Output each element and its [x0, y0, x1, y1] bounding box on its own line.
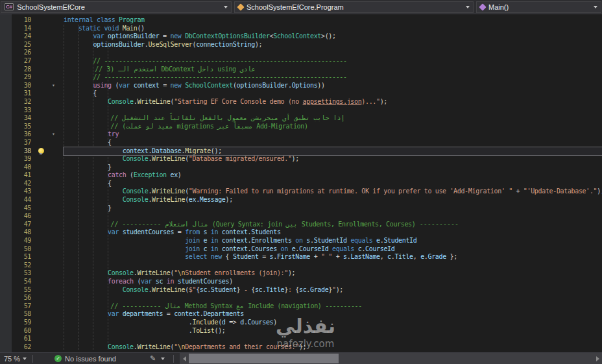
code-line[interactable]: 52 — [0, 261, 602, 270]
zoom-control[interactable]: 75 % — [0, 355, 23, 363]
fold-collapse-icon[interactable]: ▾ — [52, 82, 55, 90]
breakpoint-margin[interactable] — [0, 98, 12, 106]
code-line[interactable]: 50 join c in context.Courses on e.Course… — [0, 245, 602, 254]
code-line[interactable]: 33 — [0, 106, 602, 115]
caret-down-icon[interactable] — [161, 358, 165, 360]
code-line[interactable]: 60 .ToList(); — [0, 327, 602, 335]
code-line[interactable]: 26 — [0, 49, 602, 57]
code-line[interactable]: 25 optionsBuilder.UseSqlServer(connectio… — [0, 41, 602, 49]
project-dropdown[interactable]: C# SchoolSystemEfCore — [1, 1, 232, 13]
code-line[interactable]: 10internal class Program — [0, 16, 602, 25]
breakpoint-margin[interactable] — [0, 196, 12, 204]
breakpoint-margin[interactable] — [0, 82, 12, 90]
breakpoint-margin[interactable] — [0, 319, 12, 327]
code-line[interactable]: 38 context.Database.Migrate(); — [0, 147, 602, 156]
pencil-icon[interactable] — [150, 354, 156, 363]
breakpoint-margin[interactable] — [0, 41, 12, 49]
code-line[interactable]: 37 { — [0, 139, 602, 147]
breakpoint-margin[interactable] — [0, 106, 12, 115]
breakpoint-margin[interactable] — [0, 278, 12, 286]
code-token — [64, 98, 108, 105]
breakpoint-margin[interactable] — [0, 32, 12, 41]
breakpoint-margin[interactable] — [0, 25, 12, 33]
breakpoint-margin[interactable] — [0, 310, 12, 319]
code-line[interactable]: 30▾ using (var context = new SchoolConte… — [0, 82, 602, 90]
breakpoint-margin[interactable] — [0, 171, 12, 180]
code-line[interactable]: 31 { — [0, 90, 602, 98]
breakpoint-margin[interactable] — [0, 204, 12, 213]
code-line[interactable]: 32 Console.WriteLine("Starting EF Core C… — [0, 98, 602, 106]
breakpoint-margin[interactable] — [0, 302, 12, 311]
breakpoint-margin[interactable] — [0, 269, 12, 278]
code-line[interactable]: 57 // ---------- مثال Method Syntax مع I… — [0, 302, 602, 311]
breakpoint-margin[interactable] — [0, 261, 12, 270]
code-line[interactable]: 55 Console.WriteLine($"{sc.Student} - {s… — [0, 286, 602, 295]
breakpoint-margin[interactable] — [0, 327, 12, 335]
breakpoint-margin[interactable] — [0, 139, 12, 147]
breakpoint-margin[interactable] — [0, 245, 12, 254]
breakpoint-margin[interactable] — [0, 123, 12, 131]
breakpoint-margin[interactable] — [0, 155, 12, 164]
breakpoint-margin[interactable] — [0, 294, 12, 302]
breakpoint-margin[interactable] — [0, 73, 12, 82]
code-line[interactable]: 51 select new { Student = s.FirstName + … — [0, 253, 602, 261]
code-line[interactable]: 24 var optionsBuilder = new DbContextOpt… — [0, 32, 602, 41]
code-line[interactable]: 28 // 3) استخدم الـ DbContext داخل using… — [0, 66, 602, 74]
code-line[interactable]: 34 // إذا حابب تطبق أي ميجريشن معمول بال… — [0, 114, 602, 123]
breakpoint-margin[interactable] — [0, 228, 12, 237]
code-line[interactable]: 47 // ---------- مثال استعلام (Query Syn… — [0, 221, 602, 229]
breakpoint-margin[interactable] — [0, 66, 12, 74]
code-line[interactable]: 29 // ----------------------------------… — [0, 73, 602, 82]
horizontal-scrollbar[interactable] — [180, 353, 602, 364]
member-dropdown[interactable]: Main() — [476, 1, 601, 13]
breakpoint-margin[interactable] — [0, 90, 12, 98]
code-line[interactable]: 43 Console.WriteLine("Warning: Failed to… — [0, 188, 602, 196]
scroll-right-button[interactable] — [593, 353, 602, 364]
code-line[interactable]: 62 Console.WriteLine("\nDepartments and … — [0, 343, 602, 352]
zoom-caret-icon[interactable] — [23, 358, 27, 360]
code-line[interactable]: 61 — [0, 335, 602, 343]
glyph-margin — [31, 180, 51, 188]
breakpoint-margin[interactable] — [0, 335, 12, 343]
breakpoint-margin[interactable] — [0, 180, 12, 188]
code-line[interactable]: 53 Console.WriteLine("\nStudent enrollme… — [0, 269, 602, 278]
document-health-indicator[interactable]: No issues found — [54, 355, 116, 363]
code-line[interactable]: 44 Console.WriteLine(ex.Message); — [0, 196, 602, 204]
breakpoint-margin[interactable] — [0, 57, 12, 66]
code-line[interactable]: 39 Console.WriteLine("Database migrated/… — [0, 155, 602, 164]
code-line[interactable]: 41 catch (Exception ex) — [0, 171, 602, 180]
code-line[interactable]: 36▾ try — [0, 130, 602, 139]
breakpoint-margin[interactable] — [0, 114, 12, 123]
breakpoint-margin[interactable] — [0, 16, 12, 25]
type-dropdown[interactable]: SchoolSystemEfCore.Program — [234, 1, 474, 13]
code-line[interactable]: 42 { — [0, 180, 602, 188]
breakpoint-margin[interactable] — [0, 130, 12, 139]
breakpoint-margin[interactable] — [0, 212, 12, 221]
code-line[interactable]: 48 var studentCourses = from s in contex… — [0, 228, 602, 237]
scrollbar-thumb[interactable] — [189, 354, 338, 363]
breakpoint-margin[interactable] — [0, 49, 12, 57]
breakpoint-margin[interactable] — [0, 253, 12, 261]
breakpoint-margin[interactable] — [0, 221, 12, 229]
breakpoint-margin[interactable] — [0, 237, 12, 245]
code-line[interactable]: 14 static void Main() — [0, 25, 602, 33]
breakpoint-margin[interactable] — [0, 343, 12, 352]
code-line[interactable]: 54 foreach (var sc in studentCourses) — [0, 278, 602, 286]
code-line[interactable]: 58 var departments = context.Departments — [0, 310, 602, 319]
code-line[interactable]: 59 .Include(d => d.Courses) — [0, 319, 602, 327]
breakpoint-margin[interactable] — [0, 164, 12, 172]
code-line[interactable]: 45 } — [0, 204, 602, 213]
code-line[interactable]: 49 join e in context.Enrollments on s.St… — [0, 237, 602, 245]
code-line[interactable]: 40 } — [0, 164, 602, 172]
code-line[interactable]: 27 // ----------------------------------… — [0, 57, 602, 66]
breakpoint-margin[interactable] — [0, 147, 12, 156]
breakpoint-margin[interactable] — [0, 188, 12, 196]
fold-collapse-icon[interactable]: ▾ — [52, 130, 55, 139]
code-line[interactable]: 46 — [0, 212, 602, 221]
scroll-left-button[interactable] — [180, 353, 189, 364]
code-line[interactable]: 56 — [0, 294, 602, 302]
scrollbar-track[interactable] — [189, 353, 593, 364]
quick-actions-lightbulb-icon[interactable] — [38, 148, 44, 154]
code-line[interactable]: 35 // (مفيد لو عملت migrations مسبقاً عب… — [0, 123, 602, 131]
breakpoint-margin[interactable] — [0, 286, 12, 295]
